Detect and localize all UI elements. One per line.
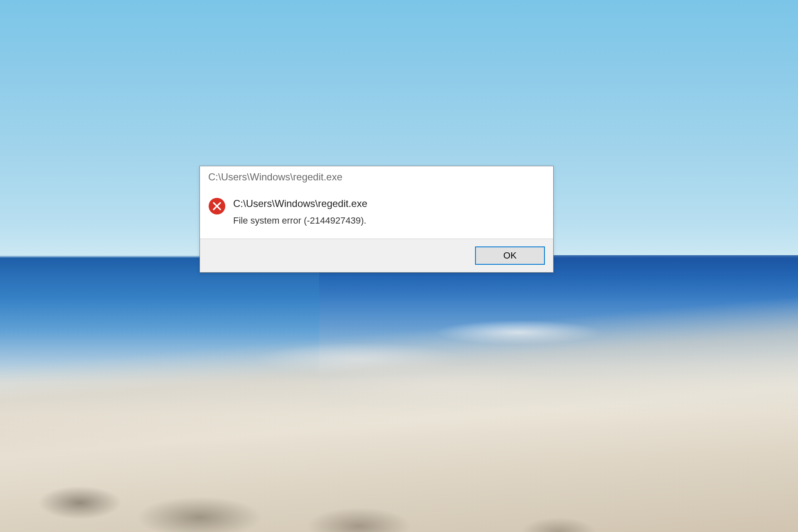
dialog-heading: C:\Users\Windows\regedit.exe xyxy=(233,198,545,209)
dialog-title: C:\Users\Windows\regedit.exe xyxy=(208,171,545,183)
error-cross-icon xyxy=(208,197,226,215)
dialog-content: C:\Users\Windows\regedit.exe File system… xyxy=(233,197,545,226)
dialog-body: C:\Users\Windows\regedit.exe File system… xyxy=(200,186,553,239)
error-dialog: C:\Users\Windows\regedit.exe C:\Users\Wi… xyxy=(200,166,554,273)
ok-button[interactable]: OK xyxy=(475,246,545,265)
wallpaper-beach xyxy=(0,239,798,532)
dialog-footer: OK xyxy=(200,239,553,272)
dialog-message: File system error (-2144927439). xyxy=(233,215,545,226)
dialog-titlebar[interactable]: C:\Users\Windows\regedit.exe xyxy=(200,166,553,186)
